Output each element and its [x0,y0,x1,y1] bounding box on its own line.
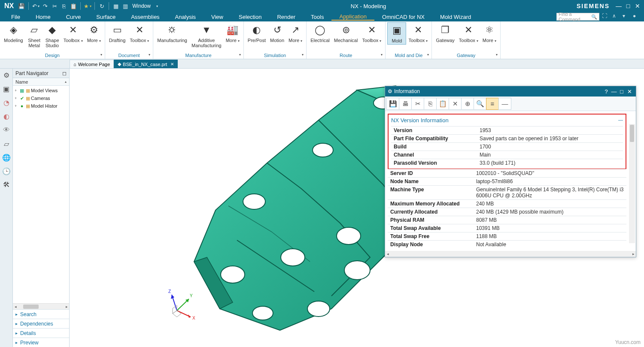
locate-icon[interactable]: ⊕ [461,98,474,110]
mold-button[interactable]: ▣Mold [387,22,406,45]
redo-icon[interactable]: ↷ [42,3,49,9]
save-icon[interactable]: 💾 [18,3,25,9]
toolbox-button[interactable]: ✕Toolbox [457,22,480,44]
mechanical-button[interactable]: ⊚Mechanical [332,22,360,44]
roles-icon[interactable]: 🛠 [2,180,11,190]
copy-icon[interactable]: ⎘ [61,3,67,9]
collapse-icon[interactable]: — [498,98,511,110]
accordion-search[interactable]: Search [13,309,69,319]
motion-button[interactable]: ↺Motion [268,22,286,44]
accordion-dependencies[interactable]: Dependencies [13,319,69,328]
tree-item[interactable]: +●▦Model Histor [13,102,69,110]
toolbox-button[interactable]: ✕Toolbox [406,22,430,44]
menu-curve[interactable]: Curve [58,14,89,20]
pre-post-button[interactable]: ◐Pre/Post [246,22,268,44]
hd3d-tools-icon[interactable]: ▱ [2,139,11,148]
more-button[interactable]: ⚙More [85,22,103,44]
part-navigator-icon[interactable]: ▣ [2,84,11,94]
help-icon[interactable]: ? [602,88,610,95]
tree-item[interactable]: +✔▦Cameras [13,94,69,102]
more-button[interactable]: ⚛More [480,22,498,44]
sheet-metal-button[interactable]: ▱SheetMetal [25,22,43,49]
menu-view[interactable]: View [204,14,231,20]
menu-mold-wizard[interactable]: Mold Wizard [432,14,479,20]
info-scroll-horizontal[interactable]: ◂ ▸ [385,251,636,257]
manufacturing-button[interactable]: ⛭Manufacturing [155,22,189,44]
window-list-icon[interactable]: ▥ [122,3,129,9]
additive-manufacturing-button[interactable]: ▼AdditiveManufacturing [189,22,224,49]
history-icon[interactable]: 🕒 [2,166,11,176]
assembly-navigator-icon[interactable]: ◔ [2,98,11,107]
scroll-thumb[interactable] [23,305,39,309]
save-icon[interactable]: 💾 [386,98,399,110]
help-icon[interactable]: ∧ [612,13,620,21]
menu-home[interactable]: Home [28,14,58,20]
find-icon[interactable]: 🔍 [474,98,486,110]
tab-close-icon[interactable]: ✕ [170,62,174,66]
maximize-icon[interactable]: □ [618,88,626,95]
scroll-thumb[interactable] [630,125,634,142]
scroll-right-icon[interactable]: ▸ [64,305,69,309]
cut-icon[interactable]: ✂ [411,98,424,110]
cut-icon[interactable]: ✂ [51,3,58,9]
wrap-icon[interactable]: ≡ [486,98,499,110]
view-triad[interactable]: X Y Z [164,287,198,321]
accordion-preview[interactable]: Preview [13,338,69,347]
scroll-right-icon[interactable]: ▸ [631,252,636,256]
drafting-button[interactable]: ▭Drafting [107,22,128,44]
window-menu[interactable]: Window [132,3,151,9]
accordion-details[interactable]: Details [13,328,69,338]
toolbox-button[interactable]: ✕Toolbox [61,22,85,44]
toolbox-button[interactable]: ✕Toolbox [128,22,151,44]
find-command-input[interactable]: Find a Command🔍 [556,13,599,21]
settings-icon[interactable]: ⚙ [2,70,11,80]
web-browser-icon[interactable]: 🌐 [2,153,11,162]
minimize-button[interactable]: — [614,3,623,9]
delete-icon[interactable]: ✕ [449,98,462,110]
touch-icon[interactable]: ▦ [112,3,119,9]
menu-analysis[interactable]: Analysis [167,14,204,20]
constraint-navigator-icon[interactable]: ◐ [2,112,11,121]
more-button[interactable]: 🏭More [224,22,242,44]
section-collapse-icon[interactable]: — [618,117,623,124]
tree-item[interactable]: +▦▦Model Views [13,87,69,94]
gateway-button[interactable]: ❐Gateway [434,22,456,44]
reuse-library-icon[interactable]: 👁 [2,125,11,135]
minimize-icon[interactable]: — [610,88,618,95]
electrical-button[interactable]: ◯Electrical [308,22,332,44]
undo-icon[interactable]: ↶ [32,3,39,9]
paste-icon[interactable]: 📋 [70,3,77,9]
minimize-ribbon-icon[interactable]: ▾ [623,13,630,21]
panel-pin-icon[interactable]: ◻ [62,70,67,76]
menu-render[interactable]: Render [269,14,303,20]
window-menu-dropdown[interactable] [153,3,160,9]
print-icon[interactable]: 🖶 [399,98,412,110]
gear-icon[interactable]: ⚙ [388,88,392,94]
maximize-button[interactable]: □ [623,3,633,9]
doc-tab[interactable]: ◆BSE_in_NX_case.prt✕ [114,60,178,68]
menu-assemblies[interactable]: Assemblies [123,14,167,20]
information-title-bar[interactable]: ⚙ Information ? — □ ✕ [385,86,636,97]
doc-tab[interactable]: ⌂Welcome Page [70,60,114,68]
scroll-left-icon[interactable]: ◂ [13,305,18,309]
menu-omnicad-for-nx[interactable]: OmniCAD for NX [374,14,432,20]
close-icon[interactable]: ✕ [626,88,633,95]
more-button[interactable]: ↗More [286,22,304,44]
close-button[interactable]: ✕ [633,3,642,9]
modeling-button[interactable]: ◈Modeling [2,22,25,44]
menu-tools[interactable]: Tools [303,14,331,20]
repeat-icon[interactable]: ↻ [98,3,105,9]
menu-application[interactable]: Application [331,13,374,21]
toolbox-button[interactable]: ✕Toolbox [360,22,383,44]
status-icon[interactable]: ● [633,13,641,21]
menu-selection[interactable]: Selection [231,14,269,20]
paste-icon[interactable]: 📋 [436,98,449,110]
fullscreen-icon[interactable]: ⛶ [602,13,610,21]
info-scroll-vertical[interactable] [629,124,635,243]
scroll-left-icon[interactable]: ◂ [385,252,390,256]
copy-icon[interactable]: ⎘ [424,98,437,110]
shape-studio-button[interactable]: ◆ShapeStudio [43,22,61,49]
menu-surface[interactable]: Surface [88,14,123,20]
favorites-icon[interactable]: ★ [84,3,91,9]
navigator-scroll-horizontal[interactable]: ◂ ▸ [13,303,69,309]
